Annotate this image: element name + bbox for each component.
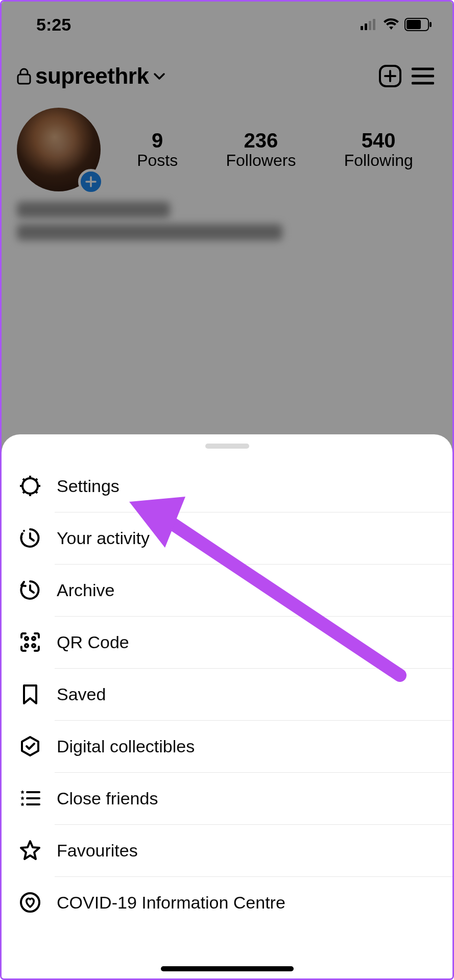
activity-icon bbox=[19, 527, 41, 549]
home-indicator[interactable] bbox=[161, 966, 294, 971]
menu-item-close-friends[interactable]: Close friends bbox=[2, 772, 452, 824]
svg-point-22 bbox=[32, 637, 35, 640]
heart-circle-icon bbox=[19, 891, 41, 914]
menu-item-favourites[interactable]: Favourites bbox=[2, 824, 452, 876]
menu-item-covid-info[interactable]: COVID-19 Information Centre bbox=[2, 876, 452, 928]
svg-point-18 bbox=[23, 530, 25, 532]
svg-point-28 bbox=[21, 893, 39, 912]
svg-point-9 bbox=[22, 478, 38, 494]
menu-item-qr-code[interactable]: QR Code bbox=[2, 616, 452, 668]
menu-label: Saved bbox=[57, 684, 106, 704]
sheet-grabber[interactable] bbox=[205, 444, 249, 449]
close-friends-icon bbox=[19, 787, 41, 810]
menu-item-settings[interactable]: Settings bbox=[2, 460, 452, 512]
svg-point-23 bbox=[25, 644, 28, 647]
menu-item-digital-collectibles[interactable]: Digital collectibles bbox=[2, 720, 452, 772]
svg-line-14 bbox=[23, 479, 25, 480]
bookmark-icon bbox=[19, 683, 41, 705]
menu-label: Favourites bbox=[57, 841, 138, 861]
svg-point-24 bbox=[32, 644, 35, 647]
menu-item-saved[interactable]: Saved bbox=[2, 668, 452, 720]
hex-check-icon bbox=[19, 735, 41, 757]
qr-icon bbox=[19, 631, 41, 653]
menu-label: Close friends bbox=[57, 789, 158, 808]
svg-point-21 bbox=[25, 637, 28, 640]
menu-label: COVID-19 Information Centre bbox=[57, 893, 285, 913]
menu-label: Archive bbox=[57, 580, 114, 600]
svg-line-15 bbox=[36, 492, 37, 493]
svg-point-19 bbox=[21, 533, 23, 535]
svg-point-20 bbox=[20, 536, 22, 538]
menu-label: Settings bbox=[57, 476, 120, 496]
menu-label: Your activity bbox=[57, 528, 150, 548]
menu-label: QR Code bbox=[57, 632, 129, 652]
menu-list: Settings Your activity Archive bbox=[2, 460, 452, 928]
svg-line-17 bbox=[36, 479, 37, 480]
archive-icon bbox=[19, 579, 41, 601]
star-icon bbox=[19, 839, 41, 862]
menu-item-your-activity[interactable]: Your activity bbox=[2, 512, 452, 564]
menu-sheet: Settings Your activity Archive bbox=[2, 434, 452, 978]
menu-item-archive[interactable]: Archive bbox=[2, 564, 452, 616]
svg-line-16 bbox=[23, 492, 25, 493]
menu-label: Digital collectibles bbox=[57, 737, 195, 756]
gear-icon bbox=[19, 475, 41, 497]
